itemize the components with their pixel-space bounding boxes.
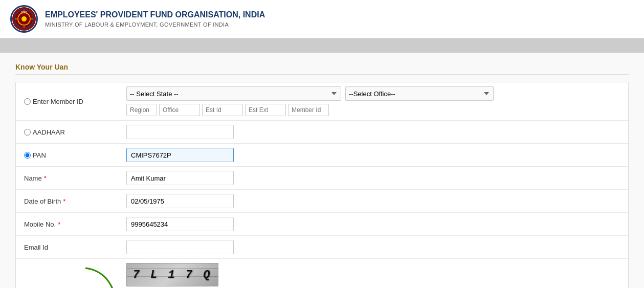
page-title: Know Your Uan <box>15 63 629 75</box>
name-label: Name * <box>24 174 126 182</box>
dob-required: * <box>63 197 65 205</box>
aadhaar-input[interactable] <box>126 125 234 139</box>
dob-input-col <box>126 194 620 208</box>
mobile-text: Mobile No. <box>24 220 56 228</box>
form-container: Enter Member ID -- Select State -- --Sel… <box>15 82 629 288</box>
org-name: EMPLOYEES' PROVIDENT FUND ORGANISATION, … <box>45 9 265 20</box>
aadhaar-input-col <box>126 125 620 139</box>
name-required: * <box>44 174 47 182</box>
member-id-radio[interactable] <box>24 98 31 105</box>
mobile-row: Mobile No. * <box>16 213 628 236</box>
mobile-input-col <box>126 217 620 231</box>
pan-input[interactable] <box>126 148 234 162</box>
captcha-image-col: 7 L 1 7 Q <box>126 263 620 286</box>
captcha-arrow-icon <box>70 263 126 288</box>
est-ext-input[interactable] <box>245 104 286 116</box>
est-id-input[interactable] <box>202 104 243 116</box>
region-input[interactable] <box>126 104 157 116</box>
org-subtitle: MINISTRY OF LABOUR & EMPLOYMENT, GOVERNM… <box>45 21 265 29</box>
office-input[interactable] <box>159 104 200 116</box>
pan-label: PAN <box>24 151 126 159</box>
email-text: Email Id <box>24 243 48 251</box>
member-id-inputs: -- Select State -- --Select Office-- <box>126 86 620 116</box>
dob-row: Date of Birth * <box>16 190 628 213</box>
captcha-display-text: 7 L 1 7 Q <box>133 269 212 281</box>
name-input-col <box>126 171 620 185</box>
org-title: EMPLOYEES' PROVIDENT FUND ORGANISATION, … <box>45 9 265 29</box>
aadhaar-label: AADHAAR <box>24 128 126 136</box>
name-text: Name <box>24 174 42 182</box>
content-area: Know Your Uan Enter Member ID -- Select … <box>0 53 644 288</box>
member-id-label: Enter Member ID <box>24 98 126 105</box>
member-id-sub-input[interactable] <box>288 104 329 116</box>
dob-text: Date of Birth <box>24 197 61 205</box>
org-logo: EPFO <box>10 5 38 33</box>
pan-row: PAN <box>16 144 628 167</box>
nav-bar <box>0 38 644 53</box>
pan-input-col <box>126 148 620 162</box>
name-input[interactable] <box>126 171 234 185</box>
email-input-col <box>126 240 620 254</box>
mobile-label: Mobile No. * <box>24 220 126 228</box>
aadhaar-radio[interactable] <box>24 129 31 136</box>
member-id-text[interactable]: Enter Member ID <box>33 98 83 105</box>
dropdowns-row: -- Select State -- --Select Office-- <box>126 86 620 101</box>
email-label: Email Id <box>24 243 126 251</box>
dob-label: Date of Birth * <box>24 197 126 205</box>
captcha-image-row: 7 L 1 7 Q <box>16 259 628 288</box>
aadhaar-text[interactable]: AADHAAR <box>33 128 65 136</box>
name-row: Name * <box>16 167 628 190</box>
captcha-image: 7 L 1 7 Q <box>126 263 218 286</box>
pan-text[interactable]: PAN <box>33 151 46 159</box>
pan-radio[interactable] <box>24 152 31 159</box>
dob-input[interactable] <box>126 194 234 208</box>
member-id-fields: -- Select State -- --Select Office-- <box>126 86 620 116</box>
email-input[interactable] <box>126 240 234 254</box>
svg-point-2 <box>21 16 27 21</box>
office-select[interactable]: --Select Office-- <box>345 86 494 101</box>
header: EPFO EMPLOYEES' PROVIDENT FUND ORGANISAT… <box>0 0 644 38</box>
email-row: Email Id <box>16 236 628 259</box>
member-id-row: Enter Member ID -- Select State -- --Sel… <box>16 82 628 121</box>
state-select[interactable]: -- Select State -- <box>126 86 341 101</box>
mobile-input[interactable] <box>126 217 234 231</box>
mobile-required: * <box>58 220 60 228</box>
member-sub-fields <box>126 104 620 116</box>
aadhaar-row: AADHAAR <box>16 121 628 144</box>
logo-inner: EPFO <box>12 7 36 31</box>
